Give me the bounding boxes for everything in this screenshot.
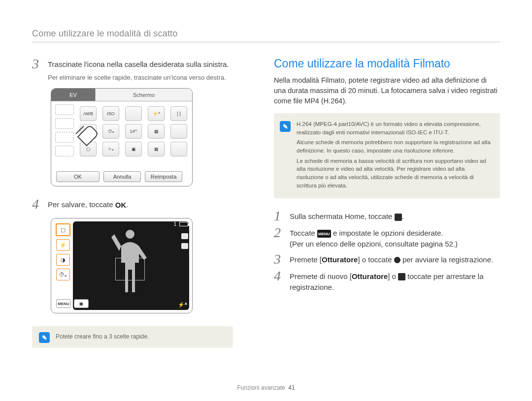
- page-number: 41: [288, 384, 295, 391]
- option-single-icon[interactable]: ▢: [80, 142, 97, 156]
- option-cell[interactable]: ▦: [148, 142, 165, 156]
- text: Per salvare, toccate: [48, 200, 115, 209]
- shortcut-icon[interactable]: ▢: [56, 223, 70, 236]
- step-1: 1 Sulla schermata Home, toccate .: [274, 209, 500, 223]
- text: .: [126, 200, 128, 209]
- step-text: Sulla schermata Home, toccate .: [290, 209, 404, 223]
- shortcut-icon[interactable]: ◑: [56, 254, 70, 266]
- option-size-icon[interactable]: 14ᴹ: [125, 124, 142, 139]
- ok-button[interactable]: OK: [56, 171, 100, 182]
- option-cell[interactable]: [125, 106, 142, 121]
- step-text: Toccate MENU e impostate le opzioni desi…: [290, 226, 458, 249]
- step-number: 3: [32, 57, 41, 71]
- shortcut-slot[interactable]: [55, 118, 74, 129]
- screenshot-camera-preview: ▢ ⚡ ◑ ⏱ₒ MENU ▣ 1: [51, 218, 193, 313]
- reimposta-button[interactable]: Reimposta: [145, 171, 182, 182]
- note-box: ✎ Potete creare fino a 3 scelte rapide.: [32, 326, 233, 348]
- status-icon: [181, 233, 188, 239]
- battery-icon: [179, 222, 188, 226]
- status-icon: [181, 243, 188, 249]
- text: e impostate le opzioni desiderate.: [331, 229, 443, 237]
- svg-point-0: [126, 230, 134, 239]
- footer: Funzioni avanzate 41: [0, 384, 532, 391]
- button-bar: OK Annulla Reimposta: [56, 171, 182, 182]
- step-number: 3: [274, 252, 283, 266]
- option-timer-off-icon[interactable]: ⏱ₒ: [102, 124, 119, 139]
- option-flash-icon[interactable]: ⚡ᴬ: [148, 106, 165, 121]
- text: ] o toccate: [358, 255, 394, 264]
- top-right-status: 1: [173, 221, 188, 227]
- step-4: 4 Per salvare, toccate OK.: [32, 197, 258, 211]
- bold-text: Otturatore: [322, 255, 358, 264]
- option-awb-icon[interactable]: AWB: [80, 106, 97, 121]
- title-rule: [32, 42, 500, 42]
- step-text: Premete di nuovo [Otturatore] o toccate …: [290, 269, 500, 293]
- record-icon: [394, 257, 400, 263]
- step-3: 3 Trascinate l'icona nella casella desid…: [32, 57, 258, 71]
- flash-indicator: ⚡ᴬ: [178, 302, 187, 308]
- shortcut-slot[interactable]: [55, 132, 74, 143]
- page-title: Come utilizzare le modalità di scatto: [32, 29, 500, 39]
- menu-button[interactable]: MENU: [56, 299, 71, 308]
- step-number: 4: [32, 197, 41, 211]
- info-box: ✎ H.264 (MPEG-4 part10/AVC) è un formato…: [274, 113, 500, 198]
- text: Premete di nuovo [: [290, 272, 352, 280]
- footer-label: Funzioni avanzate: [237, 384, 285, 391]
- screenshot-ev-panel: EV Schermo AWB ISO ⚡ᴬ [ ] ◑ ⏱ₒ: [51, 88, 193, 186]
- info-icon: ✎: [280, 121, 291, 132]
- left-column: 3 Trascinate l'icona nella casella desid…: [32, 57, 258, 348]
- counter: 1: [173, 221, 176, 227]
- text: per avviare la registrazione.: [400, 255, 493, 264]
- intro-text: Nella modalità Filmato, potete registrar…: [274, 75, 500, 106]
- display-button[interactable]: ▣: [74, 299, 89, 308]
- option-cell[interactable]: ◑: [80, 124, 97, 139]
- step-text: Premete [Otturatore] o toccate per avvia…: [290, 252, 493, 266]
- menu-row: MENU ▣: [56, 299, 89, 308]
- shortcut-slot[interactable]: [55, 146, 74, 156]
- shortcut-slot[interactable]: [55, 104, 74, 115]
- option-cell[interactable]: ▣: [125, 142, 142, 156]
- option-cell[interactable]: ▦: [148, 124, 165, 139]
- note-text: Potete creare fino a 3 scelte rapide.: [56, 331, 149, 343]
- option-cell[interactable]: [170, 124, 187, 139]
- info-body: H.264 (MPEG-4 part10/AVC) è un formato v…: [297, 120, 492, 191]
- step-number: 2: [274, 226, 283, 249]
- text: Premete [: [290, 255, 322, 264]
- text: ] o: [388, 272, 398, 280]
- info-item: Alcune schede di memoria potrebbero non …: [297, 138, 492, 154]
- info-item: H.264 (MPEG-4 part10/AVC) è un formato v…: [297, 120, 492, 136]
- menu-chip-icon: MENU: [317, 230, 331, 238]
- text: .: [402, 212, 404, 220]
- step-text: Per salvare, toccate OK.: [48, 197, 128, 211]
- step-number: 1: [274, 209, 283, 223]
- text: Toccate: [290, 229, 317, 237]
- step-3: 3 Premete [Otturatore] o toccate per avv…: [274, 252, 500, 266]
- ok-icon: OK: [115, 200, 127, 211]
- stop-icon: [398, 273, 405, 280]
- page: Come utilizzare le modalità di scatto 3 …: [0, 0, 532, 401]
- annulla-button[interactable]: Annulla: [103, 171, 141, 182]
- option-focus-icon[interactable]: [ ]: [170, 106, 187, 121]
- step-text: Trascinate l'icona nella casella desider…: [48, 57, 229, 71]
- tab-schermo[interactable]: Schermo: [96, 89, 192, 101]
- info-item: Le schede di memoria a bassa velocità di…: [297, 157, 492, 190]
- option-cell[interactable]: ✧ₒ: [102, 142, 119, 156]
- step-number: 4: [274, 269, 283, 293]
- right-column: Come utilizzare la modalità Filmato Nell…: [274, 57, 500, 348]
- shortcut-flash-icon[interactable]: ⚡: [56, 239, 70, 251]
- bold-text: Otturatore: [352, 272, 388, 280]
- shortcut-column: ▢ ⚡ ◑ ⏱ₒ: [55, 223, 71, 280]
- columns: 3 Trascinate l'icona nella casella desid…: [32, 57, 500, 348]
- shortcut-timer-off-icon[interactable]: ⏱ₒ: [56, 269, 70, 280]
- tabbar: EV Schermo: [51, 89, 192, 101]
- text: (Per un elenco delle opzioni, consultate…: [290, 240, 458, 248]
- info-icon: ✎: [39, 332, 50, 343]
- right-icons: [181, 233, 188, 249]
- options-grid: AWB ISO ⚡ᴬ [ ] ◑ ⏱ₒ 14ᴹ ▦ ▢ ✧ₒ ▣ ▦: [80, 106, 187, 156]
- step-4: 4 Premete di nuovo [Otturatore] o toccat…: [274, 269, 500, 293]
- tab-ev[interactable]: EV: [51, 89, 96, 101]
- text: Sulla schermata Home, toccate: [290, 212, 395, 220]
- option-cell[interactable]: [170, 142, 187, 156]
- option-iso-icon[interactable]: ISO: [102, 106, 119, 121]
- step-2: 2 Toccate MENU e impostate le opzioni de…: [274, 226, 500, 249]
